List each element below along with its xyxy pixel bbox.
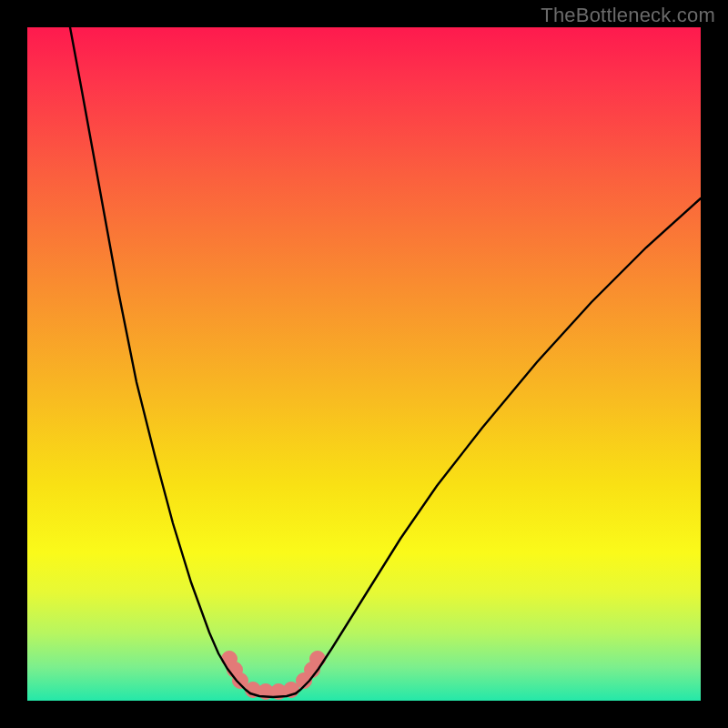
- curve-layer: [27, 27, 701, 701]
- chart-frame: TheBottleneck.com: [0, 0, 728, 728]
- curve-right-branch: [296, 198, 701, 693]
- plot-area: [27, 27, 701, 701]
- curve-left-branch: [70, 27, 250, 693]
- valley-marker-dot: [233, 673, 248, 689]
- watermark-text: TheBottleneck.com: [541, 4, 715, 27]
- valley-markers: [222, 652, 326, 700]
- valley-marker-dot: [310, 652, 326, 667]
